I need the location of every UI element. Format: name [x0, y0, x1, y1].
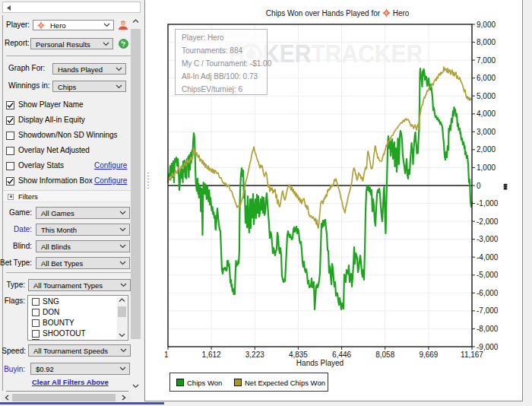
svg-text:?: ?: [122, 40, 125, 48]
